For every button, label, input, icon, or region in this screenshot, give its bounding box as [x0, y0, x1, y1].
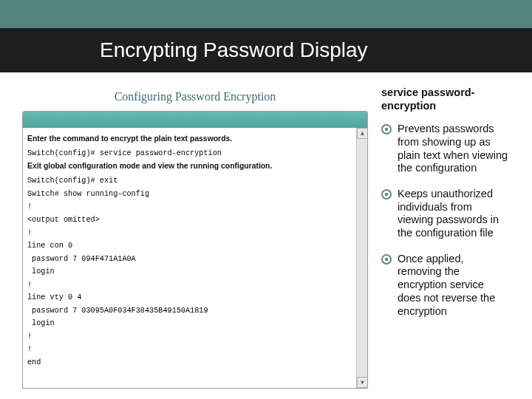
left-panel: Configuring Password Encryption Enter th…: [22, 86, 368, 389]
terminal-line: password 7 094F471A1A0A: [27, 253, 354, 266]
slide-title-text: Encrypting Password Display: [100, 38, 368, 61]
top-accent-bar: [0, 0, 532, 28]
command-title: service password-encryption: [381, 86, 510, 112]
terminal-line: !: [27, 343, 354, 356]
bullet-text: Keeps unauthorized individuals from view…: [398, 188, 510, 240]
terminal-line: !: [27, 200, 354, 214]
terminal-line: line vty 0 4: [27, 291, 354, 304]
terminal-line: <output omitted>: [27, 214, 354, 227]
instruction-text: Enter the command to encrypt the plain t…: [27, 132, 354, 147]
window-header-text: Configuring Password Encryption: [115, 90, 276, 103]
terminal-line: !: [27, 279, 354, 292]
instruction-text: Exit global configuration mode and view …: [27, 160, 354, 174]
list-item: Once applied, removing the encryption se…: [381, 253, 510, 318]
bullet-text: Prevents passwords from showing up as pl…: [398, 123, 510, 175]
slide-title: Encrypting Password Display: [0, 28, 532, 72]
window-header: Configuring Password Encryption: [22, 86, 368, 111]
scroll-down-button[interactable]: ▼: [357, 377, 368, 388]
svg-point-1: [385, 128, 388, 131]
scrollbar[interactable]: ▲ ▼: [356, 128, 367, 388]
content-area: Configuring Password Encryption Enter th…: [0, 72, 532, 389]
terminal-body: Enter the command to encrypt the plain t…: [23, 128, 367, 388]
chevron-up-icon: ▲: [361, 129, 364, 139]
terminal-line: Switch(config)# exit: [27, 174, 354, 188]
terminal-line: !: [27, 330, 354, 344]
bullet-icon: [381, 254, 392, 265]
list-item: Prevents passwords from showing up as pl…: [381, 123, 510, 175]
terminal-line: password 7 03095A0F034F38435B49150A1819: [27, 304, 354, 318]
terminal-line: !: [27, 227, 354, 240]
chevron-down-icon: ▼: [361, 378, 364, 388]
terminal-line: Switch(config)# service password-encrypt…: [27, 147, 354, 160]
scroll-up-button[interactable]: ▲: [357, 128, 368, 139]
svg-point-5: [385, 258, 388, 261]
terminal-titlebar: [23, 112, 367, 128]
terminal-window: Enter the command to encrypt the plain t…: [22, 111, 368, 389]
bullet-text: Once applied, removing the encryption se…: [398, 253, 510, 318]
bullet-list: Prevents passwords from showing up as pl…: [381, 123, 510, 318]
bullet-icon: [381, 124, 392, 134]
terminal-line: login: [27, 317, 354, 330]
terminal-line: login: [27, 265, 354, 279]
terminal-line: Switch# show running-config: [27, 188, 354, 201]
terminal-line: end: [27, 356, 354, 369]
right-panel: service password-encryption Prevents pas…: [381, 86, 510, 389]
list-item: Keeps unauthorized individuals from view…: [381, 188, 510, 240]
terminal-line: line con 0: [27, 239, 354, 253]
svg-point-3: [385, 193, 388, 196]
bullet-icon: [381, 189, 392, 200]
